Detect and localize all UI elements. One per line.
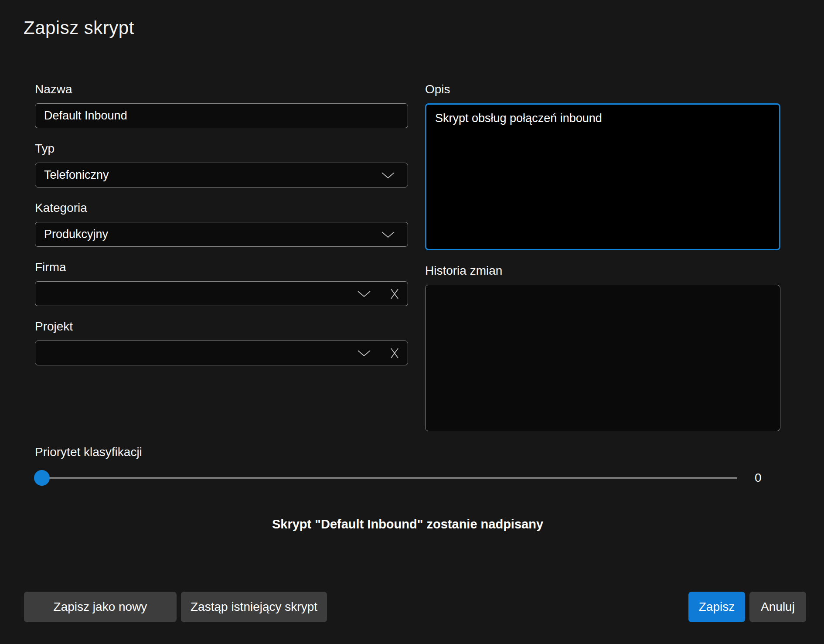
priority-slider-row: 0	[35, 470, 789, 486]
history-label: Historia zmian	[425, 263, 780, 278]
category-select-value: Produkcyjny	[44, 228, 108, 241]
field-history: Historia zmian	[425, 263, 780, 431]
company-combobox[interactable]	[35, 281, 408, 306]
clear-icon[interactable]	[389, 347, 400, 360]
type-label: Typ	[35, 141, 408, 156]
chevron-down-icon[interactable]	[357, 350, 371, 357]
chevron-down-icon[interactable]	[357, 290, 371, 297]
name-label: Nazwa	[35, 82, 408, 97]
category-select[interactable]: Produkcyjny	[35, 222, 408, 247]
replace-existing-button[interactable]: Zastąp istniejący skrypt	[181, 592, 327, 622]
save-as-new-button[interactable]: Zapisz jako nowy	[24, 592, 177, 622]
priority-label: Priorytet klasyfikacji	[35, 445, 789, 460]
company-label: Firma	[35, 260, 408, 275]
history-textarea[interactable]	[425, 285, 780, 431]
clear-icon[interactable]	[389, 287, 400, 300]
description-textarea[interactable]: Skrypt obsług połączeń inbound	[425, 103, 780, 250]
field-name: Nazwa	[35, 82, 408, 128]
slider-thumb[interactable]	[34, 470, 50, 486]
field-description: Opis Skrypt obsług połączeń inbound	[425, 82, 780, 250]
priority-section: Priorytet klasyfikacji 0	[35, 445, 789, 486]
field-type: Typ Telefoniczny	[35, 141, 408, 187]
field-category: Kategoria Produkcyjny	[35, 201, 408, 247]
chevron-down-icon	[381, 231, 395, 238]
name-input[interactable]	[35, 103, 408, 128]
form-right-column: Opis Skrypt obsług połączeń inbound Hist…	[425, 82, 780, 444]
overwrite-warning: Skrypt "Default Inbound" zostanie nadpis…	[35, 517, 780, 532]
save-button[interactable]: Zapisz	[688, 592, 745, 622]
field-project: Projekt	[35, 319, 408, 365]
type-select-value: Telefoniczny	[44, 168, 109, 182]
cancel-button[interactable]: Anuluj	[749, 592, 806, 622]
project-combobox[interactable]	[35, 341, 408, 365]
page-title: Zapisz skrypt	[24, 17, 134, 38]
form-left-column: Nazwa Typ Telefoniczny Kategoria Produkc…	[35, 82, 408, 444]
form: Nazwa Typ Telefoniczny Kategoria Produkc…	[35, 82, 780, 444]
save-script-dialog: Zapisz skrypt Nazwa Typ Telefoniczny Kat…	[0, 0, 824, 644]
priority-slider[interactable]	[35, 477, 737, 479]
project-label: Projekt	[35, 319, 408, 334]
category-label: Kategoria	[35, 201, 408, 215]
priority-value: 0	[755, 471, 762, 485]
field-company: Firma	[35, 260, 408, 306]
type-select[interactable]: Telefoniczny	[35, 163, 408, 187]
footer: Zapisz jako nowy Zastąp istniejący skryp…	[24, 592, 806, 622]
description-label: Opis	[425, 82, 780, 97]
chevron-down-icon	[381, 172, 395, 179]
